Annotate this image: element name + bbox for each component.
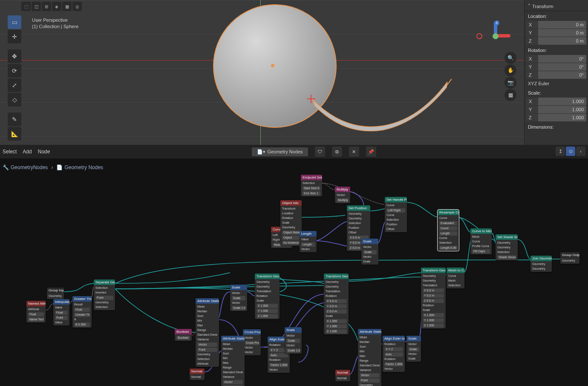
select-box-tool[interactable]: ▭: [8, 15, 21, 29]
curve-tail[interactable]: [311, 77, 452, 141]
perspective-label: User Perspective: [32, 17, 78, 23]
dimensions-label: Dimensions:: [525, 122, 588, 131]
mode-icon[interactable]: ◎: [72, 2, 82, 11]
transform-tool[interactable]: ◇: [8, 93, 21, 107]
node-curve-to-mesh[interactable]: Curve to MeshMeshCurveProfile CurveFill …: [470, 228, 492, 254]
neg-x-axis-icon[interactable]: [476, 33, 482, 39]
node-length[interactable]: LengthValueLengthVector: [300, 231, 317, 252]
menu-select[interactable]: Select: [3, 149, 17, 155]
cursor-3d-icon: [307, 95, 315, 103]
viewport-info: User Perspective (1) Collection | Sphere: [32, 17, 78, 30]
chevron-down-icon: ˅: [528, 3, 530, 9]
modifier-icon: 🔧: [3, 164, 9, 170]
scale-x[interactable]: X1.000: [526, 98, 586, 105]
rotation-z[interactable]: Z0°: [526, 71, 586, 79]
copy-icon[interactable]: ⧉: [332, 147, 342, 157]
close-icon[interactable]: ✕: [349, 147, 359, 157]
location-x[interactable]: X0 m: [526, 21, 586, 29]
viewport-3d[interactable]: ⬚ ◫ ⊞ ◈ ▦ ◎ User Perspective (1) Collect…: [0, 0, 524, 145]
menu-add[interactable]: Add: [23, 149, 32, 155]
arrow-up-icon[interactable]: ↥: [556, 147, 565, 156]
zoom-icon[interactable]: 🔍: [504, 52, 516, 64]
node-interpolate-domain[interactable]: Interpolate DomainValueFloatPointValue: [53, 299, 69, 326]
location-z[interactable]: Z0 m: [526, 37, 586, 45]
node-scale-2[interactable]: ScaleVectorScaleVectorScale: [361, 239, 378, 265]
perspective-icon[interactable]: ▦: [504, 89, 516, 101]
x-axis-icon[interactable]: [498, 34, 510, 37]
annotate-tool[interactable]: ✎: [8, 112, 21, 126]
breadcrumb-tree[interactable]: 📄Geometry Nodes: [56, 164, 103, 170]
node-endpoint-selection[interactable]: Endpoint SelectionSelectionStart Size 0E…: [301, 175, 322, 196]
mode-icon[interactable]: ⊞: [42, 2, 51, 11]
breadcrumb: 🔧GeometryNodes › 📄Geometry Nodes: [0, 164, 106, 170]
node-editor[interactable]: Select Add Node 📄▾ Geometry Nodes 🛡 ⧉ ✕ …: [0, 145, 588, 386]
cursor-tool[interactable]: ✛: [8, 30, 21, 43]
pin-icon[interactable]: 📌: [366, 147, 376, 157]
node-cross-product[interactable]: Cross ProductVectorCross ProductVectorVe…: [243, 329, 261, 355]
node-boolean[interactable]: BooleanBoolean: [175, 329, 192, 341]
toolbar-left: ▭ ✛ ✥ ⟳ ⤢ ◇ ✎ 📐 ＋: [8, 15, 21, 145]
menu-node[interactable]: Node: [38, 149, 50, 155]
node-group-input[interactable]: Group InputGeometry: [47, 288, 64, 299]
node-normal-1[interactable]: NormalNormal: [190, 369, 205, 380]
measure-tool[interactable]: 📐: [8, 127, 21, 141]
scale-tool[interactable]: ⤢: [8, 78, 21, 92]
origin-point: [271, 64, 274, 67]
node-tree-icon: 📄▾: [257, 149, 265, 155]
location-y[interactable]: Y0 m: [526, 29, 586, 37]
node-attribute-statistics-1[interactable]: Attribute StatisticsMeanMedianSumMinMaxR…: [196, 298, 219, 367]
node-set-shade-smooth[interactable]: Set Shade SmoothGeometryGeometrySelectio…: [496, 234, 518, 260]
node-join-geometry[interactable]: Join GeometryGeometryGeometry: [530, 256, 552, 272]
camera-icon[interactable]: 📷: [504, 77, 516, 89]
node-tree-selector[interactable]: 📄▾ Geometry Nodes: [252, 147, 308, 156]
node-align-euler-2[interactable]: Align Euler to VectorRotationX Y ZAutoRo…: [383, 336, 405, 372]
orientation-gizmo[interactable]: Z: [481, 21, 510, 51]
collection-label: (1) Collection | Sphere: [32, 23, 78, 30]
viewport-buttons: 🔍 ✋ 📷 ▦: [504, 52, 516, 101]
rotation-x[interactable]: X0°: [526, 55, 586, 63]
node-tree-icon: 📄: [56, 164, 63, 170]
node-scale-3[interactable]: ScaleVectorScaleVectorScale 1.000: [285, 327, 302, 354]
node-transform-1[interactable]: Transform GeometryGeometryGeometryTransl…: [255, 274, 280, 319]
scale-label: Scale:: [525, 88, 588, 97]
node-object-info[interactable]: Object InfoTransformLocationRotationScal…: [280, 200, 302, 246]
mode-icon[interactable]: ▦: [62, 2, 72, 11]
location-label: Location:: [525, 11, 588, 20]
mode-icon[interactable]: ◈: [52, 2, 61, 11]
snap-icon[interactable]: ⊙: [566, 147, 575, 156]
node-canvas[interactable]: Group InputGeometry Named AttributeAttri…: [0, 175, 588, 386]
rotation-mode[interactable]: XYZ Euler: [525, 79, 588, 88]
node-scale-1[interactable]: ScaleVectorScaleVectorScale 1.000: [230, 285, 247, 311]
shield-icon[interactable]: 🛡: [315, 147, 325, 157]
node-named-attribute[interactable]: Named AttributeAttributeFloatName Techni…: [26, 301, 46, 323]
mode-icon[interactable]: ◫: [32, 2, 41, 11]
node-attribute-statistics-2[interactable]: Attribute StatisticsMeanMedianSumMinMaxR…: [221, 336, 245, 386]
rotate-tool[interactable]: ⟳: [8, 64, 21, 78]
mode-icon[interactable]: ⬚: [21, 2, 31, 11]
z-axis-label: Z: [494, 20, 499, 26]
node-scale-4[interactable]: ScaleVectorScaleVectorScale: [406, 336, 421, 362]
pan-icon[interactable]: ✋: [504, 64, 516, 76]
node-group-output[interactable]: Group OutputGeometry: [560, 252, 579, 264]
node-attribute-statistics-3[interactable]: Attribute StatisticsMeanMedianSumMinMaxR…: [358, 329, 381, 386]
node-normal-2[interactable]: NormalNormal: [335, 370, 350, 381]
transform-panel-header[interactable]: ˅Transform: [525, 2, 588, 11]
move-tool[interactable]: ✥: [8, 49, 21, 63]
node-set-handle-positions[interactable]: Set Handle PositionsCurveLeft RightCurve…: [385, 197, 407, 232]
node-multiply[interactable]: MultiplyVectorMultiply: [335, 187, 350, 203]
node-resample-curve[interactable]: Resample CurveCurveEvaluatedCountLengthC…: [438, 210, 459, 251]
breadcrumb-modifier[interactable]: 🔧GeometryNodes: [3, 164, 48, 170]
scale-y[interactable]: Y1.000: [526, 106, 586, 113]
rotation-y[interactable]: Y0°: [526, 63, 586, 71]
chevron-left-icon[interactable]: ‹: [576, 147, 585, 156]
node-separate-geometry[interactable]: Separate GeometrySelectionInvertedPointG…: [94, 279, 115, 310]
node-transform-2[interactable]: Transform GeometryGeometryGeometryTransl…: [324, 274, 349, 334]
node-transform-3[interactable]: Transform GeometryGeometryGeometryTransl…: [421, 268, 446, 328]
scale-z[interactable]: Z1.000: [526, 114, 586, 121]
y-axis-icon[interactable]: [493, 33, 499, 39]
node-mesh-to-curve[interactable]: Mesh to CurveCurveMeshSelection: [447, 268, 464, 288]
node-greater-than[interactable]: Greater ThanResultFloatGreater ThanAB 0.…: [72, 296, 92, 328]
chevron-right-icon: ›: [51, 164, 53, 170]
node-editor-header: Select Add Node 📄▾ Geometry Nodes 🛡 ⧉ ✕ …: [0, 145, 588, 158]
mode-icons: ⬚ ◫ ⊞ ◈ ▦ ◎: [21, 2, 82, 11]
